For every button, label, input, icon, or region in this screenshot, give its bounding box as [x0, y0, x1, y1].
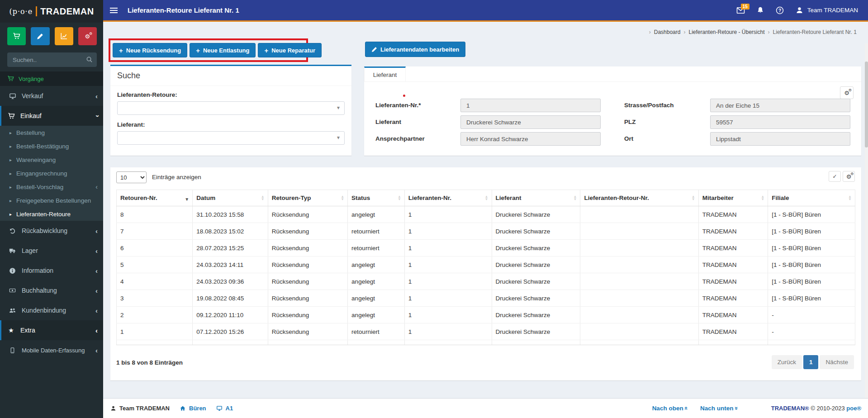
column-header[interactable]: Lieferanten-Nr.▲▼: [404, 190, 492, 206]
column-header[interactable]: Retouren-Nr.▲▼: [117, 190, 193, 206]
table-cell: 7: [117, 223, 193, 240]
scroll-to-bottom-link[interactable]: Nach unten »: [700, 405, 739, 412]
supplier-settings-button[interactable]: ⚙⚙: [840, 86, 854, 99]
column-header[interactable]: Datum▲▼: [193, 190, 268, 206]
home-icon: [180, 405, 186, 411]
cart-icon: [7, 76, 14, 82]
table-cell: TRADEMAN: [698, 223, 768, 240]
pencil-icon: [37, 33, 43, 40]
sidebar-item-einkauf[interactable]: Einkauf ‹: [0, 106, 103, 126]
sidebar-item-verkauf[interactable]: Verkauf ‹: [0, 86, 103, 106]
footer-branch-link[interactable]: Büren: [189, 405, 206, 412]
table-cell: 6: [117, 240, 193, 256]
table-cell: 3: [117, 290, 193, 307]
table-select-button[interactable]: ✓: [829, 171, 841, 182]
breadcrumb-separator: ›: [768, 29, 770, 35]
notifications-button[interactable]: [757, 6, 764, 14]
sidebar-item-mobile-daten-erfassung[interactable]: Mobile Daten-Erfassung ‹: [0, 340, 103, 360]
sidebar-item-label: Einkauf: [20, 112, 90, 119]
sidebar-subitem-bestellung[interactable]: ▸Bestellung: [0, 126, 103, 139]
plus-icon: +: [196, 47, 200, 54]
sidebar-subitem-lieferanten-retoure[interactable]: ▸Lieferanten-Retoure: [0, 207, 103, 221]
returns-table-panel: 10 Einträge anzeigen ✓ ⚙⚙ Retouren-Nr.▲▼…: [110, 167, 861, 380]
scrollbar-thumb[interactable]: [865, 62, 868, 147]
contact-label: Ansprechpartner: [375, 135, 425, 142]
sidebar-subitem-eingangsrechnung[interactable]: ▸Eingangsrechnung: [0, 166, 103, 180]
table-cell: -: [768, 307, 855, 323]
breadcrumb-link-dashboard[interactable]: Dashboard: [654, 29, 681, 35]
table-cell: Rücksendung: [268, 223, 347, 240]
new-repair-button[interactable]: + Neue Reparatur: [258, 43, 322, 57]
table-cell: 5: [117, 256, 193, 273]
table-cell: [580, 307, 698, 323]
column-header[interactable]: Status▲▼: [348, 190, 405, 206]
subitem-label: Freigegebene Bestellungen: [16, 197, 91, 204]
cart-icon: [7, 113, 15, 119]
supplier-panel: Lieferant ⚙⚙ Lieferanten-Nr.* 1 Strasse/…: [364, 66, 861, 156]
chevron-left-icon: ‹: [95, 92, 98, 100]
lieferant-select[interactable]: ▾: [117, 131, 345, 145]
sidebar-item-information[interactable]: Information ‹: [0, 261, 103, 280]
table-cell: angelegt: [348, 256, 405, 273]
app-logo[interactable]: (p·o·e TRADEMAN: [0, 0, 103, 23]
quick-settings-button[interactable]: ⚙⚙: [78, 27, 97, 45]
gears-icon: ⚙⚙: [844, 90, 849, 96]
table-row: 718.08.2023 15:02Rücksendungretourniert1…: [117, 223, 855, 240]
retoure-select[interactable]: ▾: [117, 101, 345, 115]
table-cell: Druckerei Schwarze: [492, 256, 580, 273]
sidebar-subitem-bestell-vorschlag[interactable]: ▸Bestell-Vorschlag‹: [0, 180, 103, 194]
sidebar-toggle-button[interactable]: [103, 0, 124, 20]
scroll-to-top-link[interactable]: Nach oben «: [652, 405, 688, 412]
table-cell: Druckerei Schwarze: [492, 273, 580, 290]
table-settings-button[interactable]: ⚙⚙: [843, 171, 855, 182]
new-return-button[interactable]: + Neue Rücksendung: [113, 43, 187, 57]
copyright-years: © 2010-2023: [811, 405, 844, 412]
edit-supplier-button[interactable]: Lieferantendaten bearbeiten: [365, 42, 465, 57]
sidebar-item-kundenbindung[interactable]: Kundenbindung ‹: [0, 300, 103, 320]
chevron-left-icon: ‹: [95, 267, 98, 275]
sidebar-item-rueckabwicklung[interactable]: Rückabwicklung ‹: [0, 221, 103, 241]
column-header[interactable]: Retouren-Typ▲▼: [268, 190, 347, 206]
breadcrumb-link-uebersicht[interactable]: Lieferanten-Retoure - Übersicht: [688, 29, 764, 35]
pagination-prev-button[interactable]: Zurück: [772, 355, 802, 369]
sidebar-item-lager[interactable]: Lager ‹: [0, 241, 103, 261]
page-length-select[interactable]: 10: [116, 171, 147, 183]
sidebar-item-label: Rückabwicklung: [22, 227, 90, 234]
subitem-label: Lieferanten-Retoure: [16, 211, 71, 218]
table-cell: Rücksendung: [268, 323, 347, 340]
scrollbar[interactable]: [865, 43, 868, 398]
quick-stats-button[interactable]: [55, 27, 73, 45]
user-menu[interactable]: Team TRADEMAN: [796, 6, 858, 14]
hamburger-icon: [110, 6, 118, 14]
table-cell: 31.10.2023 15:58: [193, 206, 268, 223]
sidebar-search-input[interactable]: [7, 52, 97, 67]
page-length-label: Einträge anzeigen: [152, 174, 201, 180]
table-cell: TRADEMAN: [698, 323, 768, 340]
supplier-name-label: Lieferant: [375, 119, 401, 125]
column-header[interactable]: Mitarbeiter▲▼: [698, 190, 768, 206]
table-cell: [1 - S-BÜR] Büren: [768, 223, 855, 240]
footer-terminal-link[interactable]: A1: [226, 405, 233, 412]
column-header[interactable]: Lieferant▲▼: [492, 190, 580, 206]
sidebar-subitem-bestell-bestaetigung[interactable]: ▸Bestell-Bestätigung: [0, 139, 103, 153]
new-relief-button[interactable]: + Neue Entlastung: [190, 43, 256, 57]
monitor-icon: [9, 93, 16, 100]
quick-edit-button[interactable]: [31, 27, 49, 45]
quick-cart-button[interactable]: [7, 27, 26, 45]
contact-field: Herr Konrad Schwarze: [460, 132, 601, 146]
sidebar-item-extra[interactable]: ★ Extra ‹: [0, 320, 103, 340]
caret-down-icon: ▾: [337, 134, 340, 141]
sidebar-subitem-freigegebene-bestellungen[interactable]: ▸Freigegebene Bestellungen: [0, 194, 103, 207]
messages-button[interactable]: 15: [736, 7, 745, 14]
sidebar-item-buchhaltung[interactable]: Buchhaltung ‹: [0, 280, 103, 300]
pagination-page-1[interactable]: 1: [803, 355, 819, 369]
sidebar-subitem-wareneingang[interactable]: ▸Wareneingang: [0, 153, 103, 166]
pagination-next-button[interactable]: Nächste: [820, 355, 854, 369]
search-icon[interactable]: [86, 56, 93, 63]
column-header[interactable]: Lieferanten-Retour-Nr.▲▼: [580, 190, 698, 206]
caret-down-icon: ▾: [337, 104, 340, 111]
einkauf-submenu: ▸Bestellung ▸Bestell-Bestätigung ▸Warene…: [0, 126, 103, 221]
column-header[interactable]: Filiale▲▼: [768, 190, 855, 206]
help-button[interactable]: ?: [776, 6, 784, 14]
tab-lieferant[interactable]: Lieferant: [364, 66, 406, 81]
